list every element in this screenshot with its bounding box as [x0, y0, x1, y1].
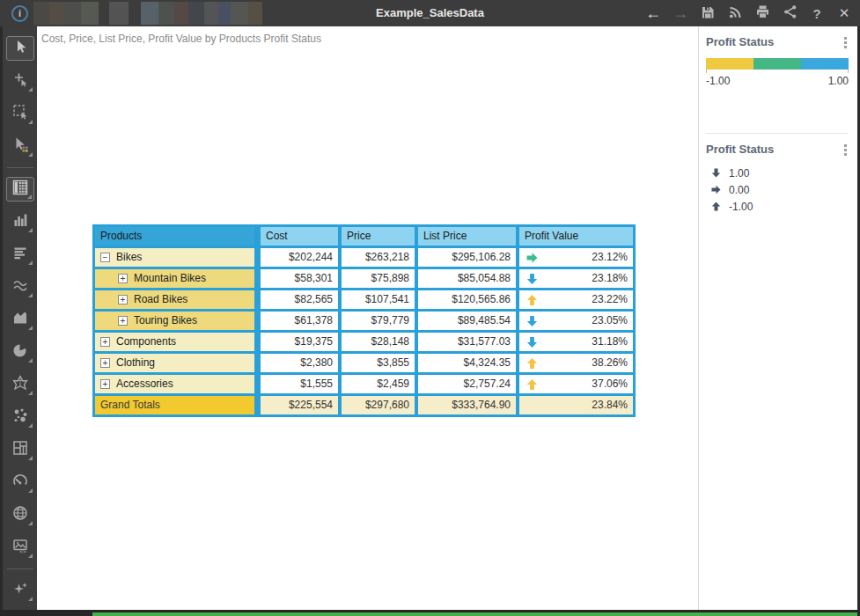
column-header-products[interactable]: Products	[95, 227, 261, 248]
legend-item: 0.00	[711, 181, 849, 198]
line-item-tool-button[interactable]	[6, 275, 34, 299]
cost-cell: $82,565	[261, 290, 342, 312]
column-header-list-price[interactable]: List Price	[418, 227, 519, 248]
redacted-toolbar-item	[204, 2, 218, 25]
dropdown-corner-icon	[28, 597, 33, 601]
profit-value-label: 23.18%	[592, 272, 628, 284]
product-label: Bikes	[116, 251, 142, 263]
datasource-button[interactable]	[726, 4, 744, 23]
product-cell[interactable]: +Clothing	[95, 354, 261, 375]
chart-item-tool-button[interactable]	[6, 209, 34, 234]
redacted-toolbar-item	[49, 2, 65, 25]
expand-button[interactable]: +	[100, 337, 110, 347]
add-item-tool-button[interactable]	[6, 69, 34, 93]
ai-assistant-tool-button[interactable]	[6, 578, 34, 603]
print-button[interactable]	[753, 4, 771, 23]
save-button[interactable]	[699, 4, 717, 23]
collapse-button[interactable]: −	[100, 253, 110, 262]
feed-icon	[728, 5, 742, 22]
product-cell[interactable]: +Accessories	[95, 375, 261, 396]
product-cell[interactable]: +Road Bikes	[95, 290, 261, 312]
table-row: +Clothing$2,380$3,855$4,324.3538.26%	[95, 354, 633, 375]
back-button[interactable]: ←	[644, 4, 662, 23]
scatter-item-tool-button[interactable]	[6, 405, 34, 429]
scale-min-label: -1.00	[706, 75, 730, 87]
expand-button[interactable]: +	[118, 316, 128, 326]
list-price-cell: $4,324.35	[418, 354, 519, 375]
titlebar: i Example_SalesData ← → ? ✕	[0, 0, 860, 26]
column-header-profit-value[interactable]: Profit Value	[519, 227, 633, 248]
grid-item-title: Cost, Price, List Price, Profit Value by…	[41, 33, 321, 45]
share-button[interactable]	[781, 4, 798, 23]
dropdown-corner-icon	[28, 120, 33, 124]
kebab-menu-icon[interactable]	[842, 143, 849, 158]
price-cell: $107,541	[342, 290, 418, 312]
map-item-tool-button[interactable]	[6, 502, 34, 527]
expand-button[interactable]: +	[118, 274, 128, 283]
area-chart-icon	[11, 309, 29, 330]
dropdown-corner-icon	[28, 521, 33, 525]
help-button[interactable]: ?	[808, 4, 826, 23]
dropdown-corner-icon	[28, 87, 33, 92]
grid-item-tool-button[interactable]	[6, 177, 34, 202]
pie-item-tool-button[interactable]	[6, 340, 34, 364]
app-window: i Example_SalesData ← → ? ✕	[0, 0, 860, 616]
sidebar-divider	[7, 167, 33, 168]
profit-value-cell: 23.05%	[519, 312, 633, 333]
grid-body: −Bikes$202,244$263,218$295,106.2823.12%+…	[95, 248, 633, 414]
pivot-item-tool-button[interactable]	[6, 242, 34, 267]
expand-button[interactable]: +	[100, 379, 110, 389]
select-tool-button[interactable]	[6, 36, 34, 61]
treemap-item-tool-button[interactable]	[6, 437, 34, 462]
column-header-price[interactable]: Price	[342, 227, 418, 248]
close-button[interactable]: ✕	[835, 4, 853, 23]
expand-button[interactable]: +	[118, 295, 128, 304]
pointer-icon	[11, 38, 29, 59]
dropdown-corner-icon	[28, 293, 33, 297]
waves-icon	[11, 276, 29, 297]
product-cell[interactable]: +Components	[95, 333, 261, 354]
marquee-select-tool-button[interactable]	[6, 101, 34, 126]
redacted-toolbar-item	[33, 2, 49, 25]
dropdown-corner-icon	[28, 326, 33, 330]
share-icon	[783, 4, 798, 22]
expand-button[interactable]: +	[100, 358, 110, 368]
profit-value-cell: 23.18%	[519, 269, 633, 290]
gauge-item-tool-button[interactable]	[6, 470, 34, 495]
image-item-tool-button[interactable]: <>	[6, 535, 34, 560]
area-item-tool-button[interactable]	[6, 307, 34, 332]
product-cell[interactable]: +Mountain Bikes	[95, 269, 261, 290]
info-icon[interactable]: i	[11, 5, 28, 22]
dropdown-corner-icon	[28, 488, 33, 493]
kebab-menu-icon[interactable]	[842, 35, 849, 50]
data-select-tool-button[interactable]	[6, 134, 34, 158]
redacted-toolbar-item	[231, 2, 248, 25]
cost-cell: $61,378	[261, 312, 342, 333]
dashboard-title: Example_SalesData	[376, 0, 484, 26]
product-cell[interactable]: +Touring Bikes	[95, 312, 261, 333]
globe-icon	[11, 504, 29, 525]
product-cell[interactable]: −Bikes	[95, 248, 261, 269]
table-row: +Touring Bikes$61,378$79,779$89,485.5423…	[95, 312, 633, 333]
list-price-cell: $89,485.54	[418, 312, 519, 333]
product-label: Mountain Bikes	[134, 272, 206, 284]
gradient-bar	[706, 58, 849, 70]
column-header-cost[interactable]: Cost	[261, 227, 342, 248]
forward-button[interactable]: →	[672, 4, 689, 23]
legend-label: -1.00	[729, 201, 753, 213]
list-price-cell: $2,757.24	[418, 375, 519, 396]
list-price-cell: $120,565.86	[418, 290, 519, 312]
range-legend-title: Profit Status	[706, 35, 849, 48]
redacted-toolbar-item	[174, 2, 188, 25]
cost-cell: $2,380	[261, 354, 342, 375]
price-cell: $75,898	[342, 269, 418, 290]
grand-totals-row: Grand Totals$225,554$297,680$333,764.902…	[95, 396, 633, 414]
polar-item-tool-button[interactable]	[6, 372, 34, 397]
right-arrow-icon	[526, 252, 538, 263]
treemap-icon	[11, 439, 29, 460]
bars-icon	[11, 244, 29, 265]
scatter-chart-icon	[11, 407, 29, 428]
legend-item: 1.00	[711, 165, 849, 181]
profit-value-cell: 23.12%	[519, 248, 633, 269]
redacted-toolbar-item	[81, 2, 99, 25]
